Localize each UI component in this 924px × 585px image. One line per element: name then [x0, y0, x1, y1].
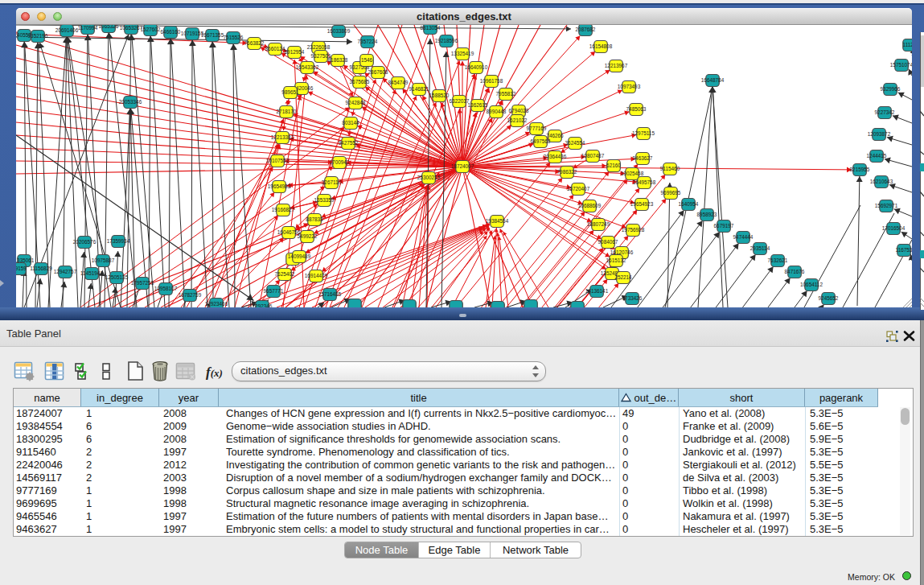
svg-text:14099489: 14099489 [288, 253, 311, 259]
svg-text:887833: 887833 [306, 216, 323, 222]
svg-text:8215955: 8215955 [850, 167, 870, 172]
svg-text:20691406: 20691406 [55, 27, 79, 33]
svg-text:10688609: 10688609 [578, 203, 602, 208]
svg-text:989651: 989651 [281, 89, 299, 95]
svg-text:1546: 1546 [361, 57, 373, 63]
svg-text:7515526: 7515526 [224, 35, 244, 40]
svg-text:12942757: 12942757 [54, 269, 77, 274]
svg-text:9245652: 9245652 [819, 295, 839, 301]
svg-text:8958923: 8958923 [697, 212, 717, 217]
svg-text:9227342: 9227342 [875, 109, 895, 115]
svg-text:8186328: 8186328 [328, 57, 348, 63]
svg-text:1588520: 1588520 [429, 93, 450, 98]
svg-text:3624554: 3624554 [565, 140, 585, 146]
svg-text:10973493: 10973493 [618, 84, 641, 89]
svg-text:12505135: 12505135 [105, 274, 129, 280]
svg-text:15716485: 15716485 [318, 291, 342, 297]
svg-text:39159: 39159 [16, 266, 27, 271]
svg-text:9242848: 9242848 [346, 100, 366, 105]
svg-text:23226058: 23226058 [307, 44, 331, 50]
svg-text:6322037: 6322037 [450, 98, 470, 104]
svg-text:9146821: 9146821 [409, 86, 429, 92]
svg-text:11123: 11123 [903, 42, 912, 47]
svg-text:8660124: 8660124 [265, 46, 285, 51]
svg-text:19654983: 19654983 [268, 183, 291, 189]
svg-text:1700942: 1700942 [330, 159, 350, 165]
svg-text:10975887: 10975887 [92, 257, 115, 263]
svg-text:18807249: 18807249 [587, 221, 610, 227]
svg-text:3675685: 3675685 [350, 79, 370, 84]
svg-text:1244415: 1244415 [867, 153, 887, 159]
svg-text:10654112: 10654112 [800, 282, 823, 287]
svg-text:11156829: 11156829 [30, 266, 52, 271]
svg-text:17957255: 17957255 [131, 280, 154, 286]
svg-text:20364436: 20364436 [544, 154, 567, 159]
svg-text:7663822: 7663822 [244, 40, 265, 46]
svg-text:1353359: 1353359 [314, 197, 335, 203]
svg-text:9352196: 9352196 [28, 33, 48, 39]
svg-text:8471676: 8471676 [785, 269, 805, 274]
svg-text:1733426: 1733426 [622, 295, 643, 301]
svg-text:13325419: 13325419 [451, 51, 474, 56]
svg-text:16495758: 16495758 [633, 179, 656, 185]
svg-text:16782759: 16782759 [179, 292, 202, 298]
svg-text:1170994: 1170994 [78, 25, 98, 31]
svg-text:19384554: 19384554 [486, 218, 509, 224]
svg-text:2867608: 2867608 [368, 69, 388, 75]
svg-text:8454749: 8454749 [388, 80, 409, 85]
svg-text:5499222: 5499222 [298, 233, 318, 239]
svg-text:3267110: 3267110 [322, 179, 342, 185]
svg-text:7357224: 7357224 [358, 39, 378, 44]
svg-text:25300215: 25300215 [417, 175, 441, 180]
svg-text:6497568: 6497568 [531, 138, 551, 144]
svg-text:1621022: 1621022 [507, 117, 528, 123]
svg-text:15692971: 15692971 [875, 203, 898, 208]
svg-text:1362615: 1362615 [468, 102, 488, 108]
svg-text:18724007: 18724007 [451, 163, 474, 169]
svg-text:16543362: 16543362 [296, 64, 319, 70]
svg-text:7632621: 7632621 [768, 257, 788, 263]
svg-text:1292346: 1292346 [253, 303, 273, 307]
svg-text:9657771: 9657771 [264, 288, 284, 294]
svg-text:746266: 746266 [546, 133, 564, 138]
svg-text:1615132: 1615132 [606, 257, 626, 263]
svg-text:12213382: 12213382 [271, 134, 294, 140]
svg-text:7625402: 7625402 [275, 271, 295, 277]
svg-text:6466160: 6466160 [161, 29, 181, 35]
svg-text:252214: 252214 [614, 274, 632, 280]
svg-text:803144: 803144 [342, 120, 359, 126]
svg-text:16648784: 16648784 [701, 77, 725, 83]
svg-text:8990448: 8990448 [487, 109, 507, 114]
svg-text:15751074: 15751074 [890, 62, 912, 68]
svg-text:12093872: 12093872 [868, 131, 891, 137]
svg-text:12213967: 12213967 [605, 63, 628, 68]
svg-text:16154808: 16154808 [589, 43, 613, 49]
svg-text:17016504: 17016504 [882, 225, 906, 231]
svg-text:9474444: 9474444 [733, 234, 754, 240]
svg-text:2718170: 2718170 [277, 109, 297, 114]
svg-text:10025458: 10025458 [621, 171, 644, 176]
svg-text:16671355: 16671355 [201, 32, 224, 38]
svg-text:20206576: 20206576 [73, 239, 97, 245]
svg-text:1065326: 1065326 [99, 25, 119, 29]
svg-text:11451941: 11451941 [80, 270, 103, 276]
svg-text:9084067: 9084067 [598, 239, 618, 245]
svg-text:62160: 62160 [606, 163, 621, 168]
svg-text:6679197: 6679197 [714, 223, 734, 229]
svg-text:8912954: 8912954 [285, 49, 305, 55]
svg-text:19654923: 19654923 [630, 201, 654, 207]
svg-text:12975115: 12975115 [632, 130, 655, 136]
svg-text:9427552: 9427552 [339, 140, 359, 146]
svg-text:1640954: 1640954 [679, 201, 699, 207]
svg-text:17359934: 17359934 [107, 238, 130, 244]
svg-text:9699695: 9699695 [661, 190, 681, 196]
svg-text:19166827: 19166827 [272, 207, 295, 212]
svg-text:1527602: 1527602 [141, 27, 161, 32]
svg-text:16210643: 16210643 [870, 179, 893, 184]
svg-text:10958107: 10958107 [154, 286, 178, 291]
svg-text:2087682: 2087682 [576, 27, 596, 32]
svg-text:16914479: 16914479 [305, 273, 328, 278]
svg-text:10653267: 10653267 [120, 25, 143, 31]
svg-text:16640910: 16640910 [465, 64, 488, 70]
svg-text:19218596: 19218596 [435, 38, 458, 43]
